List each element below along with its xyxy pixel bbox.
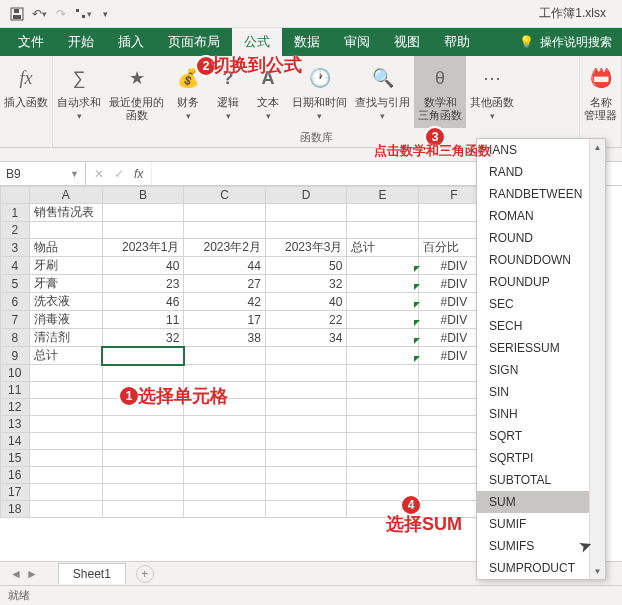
dropdown-item-rand[interactable]: RAND [477,161,605,183]
cell[interactable] [184,222,266,239]
cell[interactable] [29,467,102,484]
save-icon[interactable] [6,3,28,25]
cell[interactable] [29,399,102,416]
cell[interactable] [265,484,347,501]
cell[interactable]: 销售情况表 [29,204,102,222]
cell[interactable] [29,450,102,467]
cell[interactable] [102,450,184,467]
row-header[interactable]: 12 [1,399,30,416]
dropdown-item-sqrtpi[interactable]: SQRTPI [477,447,605,469]
add-sheet-button[interactable]: + [136,565,154,583]
tab-page-layout[interactable]: 页面布局 [156,28,232,56]
row-header[interactable]: 8 [1,329,30,347]
undo-icon[interactable]: ↶▾ [28,3,50,25]
cell[interactable]: 17 [184,311,266,329]
dropdown-scrollbar[interactable]: ▲ ▼ [589,139,605,579]
cell[interactable]: 40 [102,257,184,275]
cell[interactable]: 总计 [347,239,418,257]
cell[interactable] [347,275,418,293]
dropdown-item-roundup[interactable]: ROUNDUP [477,271,605,293]
cell[interactable]: 清洁剂 [29,329,102,347]
row-header[interactable]: 4 [1,257,30,275]
cell[interactable] [265,399,347,416]
row-header[interactable]: 16 [1,467,30,484]
col-header-e[interactable]: E [347,187,418,204]
cell[interactable] [347,382,418,399]
touch-mode-icon[interactable]: ▾ [72,3,94,25]
cell[interactable] [29,222,102,239]
cell[interactable] [29,382,102,399]
tab-file[interactable]: 文件 [6,28,56,56]
row-header[interactable]: 15 [1,450,30,467]
cell[interactable]: 34 [265,329,347,347]
dropdown-item-sum[interactable]: SUM [477,491,605,513]
cell[interactable] [102,222,184,239]
tab-review[interactable]: 审阅 [332,28,382,56]
autosum-button[interactable]: ∑自动求和▾ [53,56,105,128]
dropdown-item-sign[interactable]: SIGN [477,359,605,381]
col-header-c[interactable]: C [184,187,266,204]
cell[interactable]: 42 [184,293,266,311]
dropdown-item-roman[interactable]: ROMAN [477,205,605,227]
tab-insert[interactable]: 插入 [106,28,156,56]
cell[interactable] [102,365,184,382]
cell[interactable] [184,347,266,365]
cell[interactable] [29,484,102,501]
cell[interactable] [347,347,418,365]
row-header[interactable]: 6 [1,293,30,311]
cell[interactable] [102,501,184,518]
dropdown-item-sumproduct[interactable]: SUMPRODUCT [477,557,605,579]
row-header[interactable]: 5 [1,275,30,293]
dropdown-item-sin[interactable]: SIN [477,381,605,403]
cell[interactable] [347,433,418,450]
row-header[interactable]: 18 [1,501,30,518]
cell[interactable] [265,501,347,518]
col-header-d[interactable]: D [265,187,347,204]
cell[interactable] [184,501,266,518]
dropdown-item-sec[interactable]: SEC [477,293,605,315]
fx-icon-small[interactable]: fx [134,167,143,181]
tell-me[interactable]: 💡操作说明搜索 [519,28,622,56]
cell[interactable] [102,484,184,501]
cell[interactable]: 40 [265,293,347,311]
cell[interactable] [29,365,102,382]
sheet-prev-icon[interactable]: ◄ [10,567,22,581]
cell[interactable]: 46 [102,293,184,311]
cell[interactable] [184,484,266,501]
cell[interactable]: 27 [184,275,266,293]
row-header[interactable]: 11 [1,382,30,399]
row-header[interactable]: 1 [1,204,30,222]
sheet-tab[interactable]: Sheet1 [58,563,126,584]
dropdown-item-seriessum[interactable]: SERIESSUM [477,337,605,359]
insert-function-button[interactable]: fx 插入函数 [0,56,52,147]
cell[interactable]: 2023年1月 [102,239,184,257]
tab-home[interactable]: 开始 [56,28,106,56]
row-header[interactable]: 2 [1,222,30,239]
cell[interactable] [265,433,347,450]
tab-data[interactable]: 数据 [282,28,332,56]
cell[interactable] [265,222,347,239]
cell[interactable]: 50 [265,257,347,275]
cell[interactable]: 物品 [29,239,102,257]
cell[interactable]: 洗衣液 [29,293,102,311]
cell[interactable]: 32 [265,275,347,293]
cell-selected[interactable] [102,347,184,365]
cell[interactable]: 44 [184,257,266,275]
row-header[interactable]: 7 [1,311,30,329]
scroll-up-icon[interactable]: ▲ [590,139,605,155]
cell[interactable] [184,467,266,484]
tab-help[interactable]: 帮助 [432,28,482,56]
cell[interactable] [184,416,266,433]
cell[interactable] [265,416,347,433]
cell[interactable]: 38 [184,329,266,347]
cell[interactable]: 2023年3月 [265,239,347,257]
name-box[interactable]: B9▼ [0,162,86,185]
redo-icon[interactable]: ↷ [50,3,72,25]
cell[interactable]: 消毒液 [29,311,102,329]
dropdown-item-randbetween[interactable]: RANDBETWEEN [477,183,605,205]
cell[interactable]: 23 [102,275,184,293]
col-header-b[interactable]: B [102,187,184,204]
sheet-next-icon[interactable]: ► [26,567,38,581]
more-functions-button[interactable]: ⋯其他函数▾ [466,56,518,128]
dropdown-item-rounddown[interactable]: ROUNDDOWN [477,249,605,271]
